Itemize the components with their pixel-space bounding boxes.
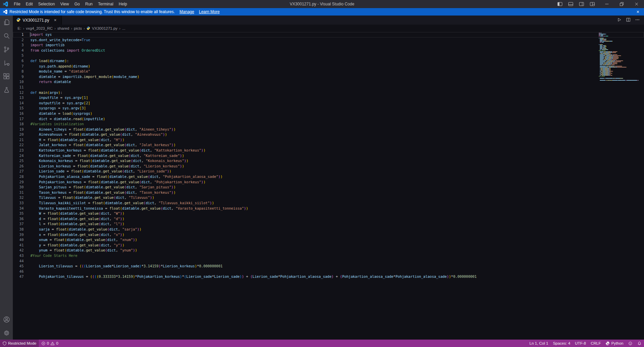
code-line[interactable]: 21 H = float(dimtable.get_value(dict, "H… [13, 137, 644, 143]
menu-item-edit[interactable]: Edit [23, 0, 35, 8]
customize-layout-icon[interactable] [588, 0, 597, 8]
code-line[interactable]: 18#Variables initialization [13, 122, 644, 127]
activity-item-source-control[interactable] [0, 43, 13, 56]
feedback-status[interactable] [626, 340, 635, 347]
code-line[interactable]: 46 [13, 269, 644, 274]
line-number[interactable]: 24 [13, 153, 24, 159]
code-line[interactable]: 20 Ainevahvuus = float(dimtable.get_valu… [13, 132, 644, 137]
code-line[interactable]: 8 module_name = "dimtable" [13, 69, 644, 74]
code-line[interactable]: 6def load(dirname): [13, 58, 644, 64]
toggle-secondary-sidebar-icon[interactable] [577, 0, 586, 8]
more-actions-button[interactable] [635, 17, 640, 23]
line-number[interactable]: 34 [13, 206, 24, 211]
breadcrumb-segment[interactable]: VX3001271.py [92, 26, 117, 30]
line-number[interactable]: 5 [13, 53, 24, 58]
line-number[interactable]: 1 [13, 32, 24, 37]
activity-item-extensions[interactable] [0, 70, 13, 83]
code-line[interactable]: 30 Sarjan_pituus = float(dimtable.get_va… [13, 185, 644, 190]
code-line[interactable]: 39 x = float(dimtable.get_value(dict, "x… [13, 232, 644, 238]
code-line[interactable]: 14 outputfile = sys.argv[2] [13, 101, 644, 106]
line-number[interactable]: 19 [13, 127, 24, 132]
line-number[interactable]: 17 [13, 116, 24, 122]
cursor-position-status[interactable]: Ln 1, Col 1 [527, 340, 551, 347]
code-line[interactable]: 10 return dimtable [13, 79, 644, 85]
line-number[interactable]: 33 [13, 201, 24, 206]
line-number[interactable]: 18 [13, 122, 24, 127]
code-line[interactable]: 2sys.dont_write_bytecode=True [13, 37, 644, 43]
code-line[interactable]: 19 Aineen_tiheys = float(dimtable.get_va… [13, 127, 644, 132]
activity-item-settings[interactable] [0, 326, 13, 340]
line-number[interactable]: 46 [13, 269, 24, 274]
line-number[interactable]: 45 [13, 264, 24, 269]
line-number[interactable]: 39 [13, 232, 24, 238]
line-number[interactable]: 42 [13, 248, 24, 253]
code-line[interactable]: 28 Pohjakartion_alaosa_sade = float(dimt… [13, 174, 644, 180]
line-number[interactable]: 32 [13, 195, 24, 201]
menu-item-view[interactable]: View [57, 0, 72, 8]
close-window-button[interactable] [629, 0, 644, 8]
code-line[interactable]: 27 Lierion_sade = float(dimtable.get_val… [13, 169, 644, 174]
notifications-status[interactable] [635, 340, 644, 347]
line-number[interactable]: 22 [13, 142, 24, 148]
language-mode-status[interactable]: Python [603, 340, 626, 347]
code-line[interactable]: 9 dimtable = importlib.import_module(mod… [13, 74, 644, 80]
line-number[interactable]: 47 [13, 274, 24, 279]
tab-close-icon[interactable]: × [54, 18, 57, 23]
code-line[interactable]: 25 Kokonais_korkeus = float(dimtable.get… [13, 158, 644, 164]
line-number[interactable]: 35 [13, 211, 24, 216]
line-number[interactable]: 3 [13, 43, 24, 48]
line-number[interactable]: 41 [13, 243, 24, 248]
breadcrumb-segment[interactable]: ... [122, 26, 126, 30]
breadcrumb-segment[interactable]: shared [57, 26, 69, 30]
line-number[interactable]: 40 [13, 237, 24, 243]
code-line[interactable]: 29 Pohjakartion_korkeus = float(dimtable… [13, 180, 644, 185]
code-line[interactable]: 26 Lierion_korkeus = float(dimtable.get_… [13, 164, 644, 169]
code-editor[interactable]: 1import sys2sys.dont_write_bytecode=True… [13, 32, 644, 340]
code-line[interactable]: 35 W = float(dimtable.get_value(dict, "W… [13, 211, 644, 216]
code-line[interactable]: 5 [13, 53, 644, 58]
activity-item-run-and-debug[interactable] [0, 56, 13, 70]
code-line[interactable]: 47 Pohjakartion_tilavuus = ((((0.333333*… [13, 274, 644, 279]
code-line[interactable]: 43#Your Code Starts Here [13, 253, 644, 259]
run-button[interactable] [617, 17, 622, 23]
breadcrumb-segment[interactable]: E: [18, 26, 21, 30]
line-number[interactable]: 4 [13, 48, 24, 53]
code-line[interactable]: 24 Kattoreian_sade = float(dimtable.get_… [13, 153, 644, 159]
code-line[interactable]: 31 Tason_korkeus = float(dimtable.get_va… [13, 190, 644, 195]
line-number[interactable]: 29 [13, 180, 24, 185]
line-number[interactable]: 23 [13, 148, 24, 153]
code-line[interactable]: 4from collections import OrderedDict [13, 48, 644, 53]
line-number[interactable]: 27 [13, 169, 24, 174]
code-line[interactable]: 22 Jalat_korkeus = float(dimtable.get_va… [13, 142, 644, 148]
menu-item-selection[interactable]: Selection [35, 0, 57, 8]
line-number[interactable]: 30 [13, 185, 24, 190]
code-line[interactable]: 23 Kattokartion_korkeus = float(dimtable… [13, 148, 644, 153]
restore-button[interactable] [614, 0, 629, 8]
line-number[interactable]: 43 [13, 253, 24, 259]
code-line[interactable]: 17 dict = dimtable.read(inputfile) [13, 116, 644, 122]
code-line[interactable]: 33 Tilavuus_kaikki_siilot = float(dimtab… [13, 201, 644, 206]
indentation-status[interactable]: Spaces: 4 [550, 340, 572, 347]
line-number[interactable]: 6 [13, 58, 24, 64]
code-line[interactable]: 1import sys [13, 32, 644, 37]
code-line[interactable]: 12def main(argv): [13, 90, 644, 96]
line-number[interactable]: 36 [13, 216, 24, 222]
code-line[interactable]: 34 Varasto_kapasiteetti_tonneissa = floa… [13, 206, 644, 211]
menu-item-help[interactable]: Help [116, 0, 130, 8]
split-editor-button[interactable] [626, 17, 631, 23]
code-line[interactable]: 40 xnum = float(dimtable.get_value(dict,… [13, 237, 644, 243]
line-number[interactable]: 25 [13, 158, 24, 164]
banner-learn-more-link[interactable]: Learn More [199, 9, 220, 14]
code-line[interactable]: 45 Lierion_tilavuus = (((Lierion_sade*Li… [13, 264, 644, 269]
menu-item-run[interactable]: Run [82, 0, 95, 8]
toggle-sidebar-icon[interactable] [556, 0, 564, 8]
restricted-mode-status[interactable]: Restricted Mode [0, 340, 39, 347]
line-number[interactable]: 16 [13, 111, 24, 116]
menu-item-file[interactable]: File [11, 0, 23, 8]
line-number[interactable]: 20 [13, 132, 24, 137]
breadcrumb-segment[interactable]: picts [74, 26, 82, 30]
line-number[interactable]: 11 [13, 85, 24, 90]
menu-item-terminal[interactable]: Terminal [95, 0, 116, 8]
banner-close-icon[interactable]: × [635, 9, 641, 15]
code-line[interactable]: 32 Tilavuus = float(dimtable.get_value(d… [13, 195, 644, 201]
